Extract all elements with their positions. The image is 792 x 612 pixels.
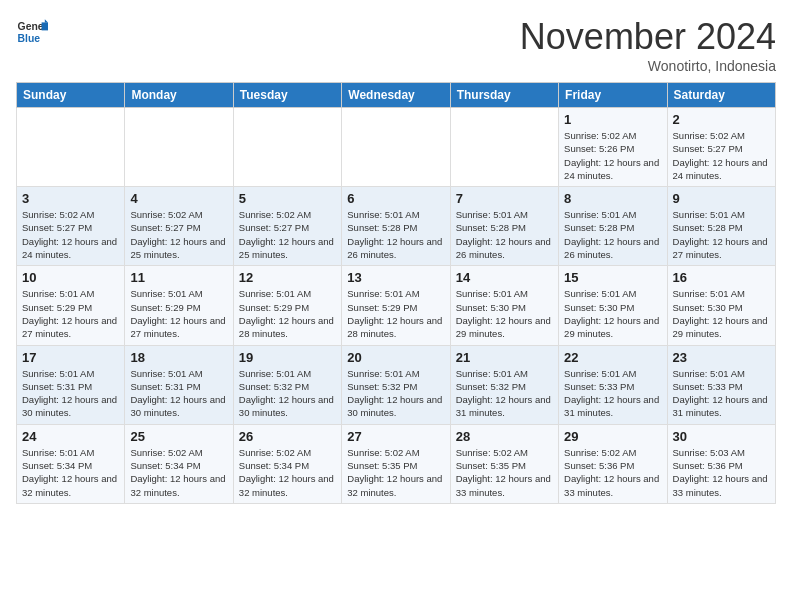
day-cell: 22Sunrise: 5:01 AM Sunset: 5:33 PM Dayli… [559, 345, 667, 424]
day-info: Sunrise: 5:01 AM Sunset: 5:31 PM Dayligh… [22, 367, 119, 420]
day-info: Sunrise: 5:01 AM Sunset: 5:30 PM Dayligh… [673, 287, 770, 340]
day-number: 4 [130, 191, 227, 206]
day-cell [17, 108, 125, 187]
day-number: 1 [564, 112, 661, 127]
day-number: 3 [22, 191, 119, 206]
day-info: Sunrise: 5:01 AM Sunset: 5:32 PM Dayligh… [347, 367, 444, 420]
day-info: Sunrise: 5:01 AM Sunset: 5:28 PM Dayligh… [347, 208, 444, 261]
day-cell: 28Sunrise: 5:02 AM Sunset: 5:35 PM Dayli… [450, 424, 558, 503]
day-number: 7 [456, 191, 553, 206]
day-cell: 1Sunrise: 5:02 AM Sunset: 5:26 PM Daylig… [559, 108, 667, 187]
day-cell: 9Sunrise: 5:01 AM Sunset: 5:28 PM Daylig… [667, 187, 775, 266]
day-cell: 13Sunrise: 5:01 AM Sunset: 5:29 PM Dayli… [342, 266, 450, 345]
day-number: 24 [22, 429, 119, 444]
page-header: General Blue November 2024 Wonotirto, In… [16, 16, 776, 74]
day-info: Sunrise: 5:01 AM Sunset: 5:31 PM Dayligh… [130, 367, 227, 420]
day-cell: 15Sunrise: 5:01 AM Sunset: 5:30 PM Dayli… [559, 266, 667, 345]
day-number: 14 [456, 270, 553, 285]
week-row-5: 24Sunrise: 5:01 AM Sunset: 5:34 PM Dayli… [17, 424, 776, 503]
day-number: 9 [673, 191, 770, 206]
day-header-sunday: Sunday [17, 83, 125, 108]
day-number: 16 [673, 270, 770, 285]
day-info: Sunrise: 5:02 AM Sunset: 5:34 PM Dayligh… [130, 446, 227, 499]
day-number: 10 [22, 270, 119, 285]
day-number: 5 [239, 191, 336, 206]
day-number: 19 [239, 350, 336, 365]
day-cell: 11Sunrise: 5:01 AM Sunset: 5:29 PM Dayli… [125, 266, 233, 345]
day-info: Sunrise: 5:01 AM Sunset: 5:33 PM Dayligh… [564, 367, 661, 420]
day-info: Sunrise: 5:01 AM Sunset: 5:33 PM Dayligh… [673, 367, 770, 420]
svg-text:Blue: Blue [18, 33, 41, 44]
day-number: 20 [347, 350, 444, 365]
day-info: Sunrise: 5:01 AM Sunset: 5:32 PM Dayligh… [239, 367, 336, 420]
day-number: 21 [456, 350, 553, 365]
title-area: November 2024 Wonotirto, Indonesia [520, 16, 776, 74]
day-cell: 29Sunrise: 5:02 AM Sunset: 5:36 PM Dayli… [559, 424, 667, 503]
day-info: Sunrise: 5:02 AM Sunset: 5:27 PM Dayligh… [239, 208, 336, 261]
day-info: Sunrise: 5:01 AM Sunset: 5:28 PM Dayligh… [456, 208, 553, 261]
day-number: 13 [347, 270, 444, 285]
month-title: November 2024 [520, 16, 776, 58]
logo-icon: General Blue [16, 16, 48, 48]
day-cell: 23Sunrise: 5:01 AM Sunset: 5:33 PM Dayli… [667, 345, 775, 424]
calendar-table: SundayMondayTuesdayWednesdayThursdayFrid… [16, 82, 776, 504]
day-cell: 6Sunrise: 5:01 AM Sunset: 5:28 PM Daylig… [342, 187, 450, 266]
day-number: 30 [673, 429, 770, 444]
day-header-friday: Friday [559, 83, 667, 108]
day-number: 12 [239, 270, 336, 285]
day-number: 17 [22, 350, 119, 365]
svg-marker-2 [42, 22, 48, 30]
day-cell: 24Sunrise: 5:01 AM Sunset: 5:34 PM Dayli… [17, 424, 125, 503]
day-number: 29 [564, 429, 661, 444]
day-cell: 14Sunrise: 5:01 AM Sunset: 5:30 PM Dayli… [450, 266, 558, 345]
location: Wonotirto, Indonesia [520, 58, 776, 74]
day-info: Sunrise: 5:02 AM Sunset: 5:35 PM Dayligh… [456, 446, 553, 499]
day-info: Sunrise: 5:02 AM Sunset: 5:36 PM Dayligh… [564, 446, 661, 499]
day-cell [125, 108, 233, 187]
day-cell: 4Sunrise: 5:02 AM Sunset: 5:27 PM Daylig… [125, 187, 233, 266]
header-row: SundayMondayTuesdayWednesdayThursdayFrid… [17, 83, 776, 108]
day-info: Sunrise: 5:02 AM Sunset: 5:35 PM Dayligh… [347, 446, 444, 499]
day-cell: 26Sunrise: 5:02 AM Sunset: 5:34 PM Dayli… [233, 424, 341, 503]
day-header-monday: Monday [125, 83, 233, 108]
day-info: Sunrise: 5:01 AM Sunset: 5:29 PM Dayligh… [347, 287, 444, 340]
day-info: Sunrise: 5:02 AM Sunset: 5:34 PM Dayligh… [239, 446, 336, 499]
day-cell: 18Sunrise: 5:01 AM Sunset: 5:31 PM Dayli… [125, 345, 233, 424]
day-info: Sunrise: 5:01 AM Sunset: 5:29 PM Dayligh… [22, 287, 119, 340]
day-cell: 2Sunrise: 5:02 AM Sunset: 5:27 PM Daylig… [667, 108, 775, 187]
day-cell: 25Sunrise: 5:02 AM Sunset: 5:34 PM Dayli… [125, 424, 233, 503]
day-cell: 21Sunrise: 5:01 AM Sunset: 5:32 PM Dayli… [450, 345, 558, 424]
day-cell: 8Sunrise: 5:01 AM Sunset: 5:28 PM Daylig… [559, 187, 667, 266]
day-number: 8 [564, 191, 661, 206]
day-info: Sunrise: 5:02 AM Sunset: 5:27 PM Dayligh… [130, 208, 227, 261]
day-cell: 30Sunrise: 5:03 AM Sunset: 5:36 PM Dayli… [667, 424, 775, 503]
day-header-thursday: Thursday [450, 83, 558, 108]
day-cell: 3Sunrise: 5:02 AM Sunset: 5:27 PM Daylig… [17, 187, 125, 266]
day-info: Sunrise: 5:01 AM Sunset: 5:29 PM Dayligh… [239, 287, 336, 340]
day-info: Sunrise: 5:01 AM Sunset: 5:29 PM Dayligh… [130, 287, 227, 340]
day-info: Sunrise: 5:02 AM Sunset: 5:26 PM Dayligh… [564, 129, 661, 182]
day-cell: 27Sunrise: 5:02 AM Sunset: 5:35 PM Dayli… [342, 424, 450, 503]
day-info: Sunrise: 5:01 AM Sunset: 5:28 PM Dayligh… [673, 208, 770, 261]
day-number: 15 [564, 270, 661, 285]
day-cell: 20Sunrise: 5:01 AM Sunset: 5:32 PM Dayli… [342, 345, 450, 424]
day-number: 25 [130, 429, 227, 444]
day-info: Sunrise: 5:01 AM Sunset: 5:30 PM Dayligh… [564, 287, 661, 340]
week-row-4: 17Sunrise: 5:01 AM Sunset: 5:31 PM Dayli… [17, 345, 776, 424]
day-cell [342, 108, 450, 187]
week-row-2: 3Sunrise: 5:02 AM Sunset: 5:27 PM Daylig… [17, 187, 776, 266]
day-info: Sunrise: 5:01 AM Sunset: 5:30 PM Dayligh… [456, 287, 553, 340]
day-number: 18 [130, 350, 227, 365]
day-info: Sunrise: 5:03 AM Sunset: 5:36 PM Dayligh… [673, 446, 770, 499]
day-info: Sunrise: 5:01 AM Sunset: 5:34 PM Dayligh… [22, 446, 119, 499]
day-number: 27 [347, 429, 444, 444]
day-number: 23 [673, 350, 770, 365]
day-info: Sunrise: 5:02 AM Sunset: 5:27 PM Dayligh… [22, 208, 119, 261]
day-cell: 7Sunrise: 5:01 AM Sunset: 5:28 PM Daylig… [450, 187, 558, 266]
day-info: Sunrise: 5:01 AM Sunset: 5:32 PM Dayligh… [456, 367, 553, 420]
day-cell: 16Sunrise: 5:01 AM Sunset: 5:30 PM Dayli… [667, 266, 775, 345]
day-cell: 19Sunrise: 5:01 AM Sunset: 5:32 PM Dayli… [233, 345, 341, 424]
day-number: 6 [347, 191, 444, 206]
day-cell: 17Sunrise: 5:01 AM Sunset: 5:31 PM Dayli… [17, 345, 125, 424]
day-number: 2 [673, 112, 770, 127]
